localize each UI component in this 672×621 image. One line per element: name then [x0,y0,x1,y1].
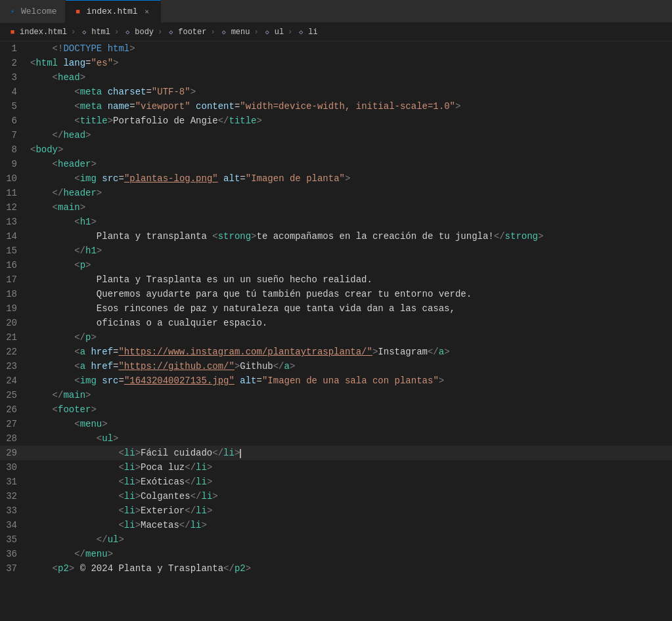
line-number-23: 23 [0,359,28,374]
line-37[interactable]: 37 <p2> © 2024 Planta y Trasplanta</p2> [0,561,672,576]
line-number-16: 16 [0,258,28,272]
line-content-23: <a href="https://github.com/">Github</a> [28,359,672,374]
breadcrumb-sep-5: › [254,28,258,37]
line-13[interactable]: 13 <h1> [0,215,672,229]
breadcrumb-html-label: html [91,28,110,37]
line-22[interactable]: 22 <a href="https://www.instagram.com/pl… [0,345,672,359]
line-10[interactable]: 10 <img src="plantas-log.png" alt="Image… [0,171,672,186]
line-number-7: 7 [0,128,28,142]
tab-index-html-label: index.html [87,7,138,16]
line-content-27: <menu> [28,417,672,431]
line-number-8: 8 [0,142,28,157]
line-number-14: 14 [0,229,28,244]
line-7[interactable]: 7 </head> [0,128,672,142]
breadcrumb-ul-label: ul [275,28,284,37]
line-number-34: 34 [0,518,28,532]
line-content-3: <head> [28,70,672,85]
line-number-31: 31 [0,475,28,489]
breadcrumb-element-icon-3: ◇ [166,28,175,37]
line-number-4: 4 [0,85,28,99]
line-content-6: <title>Portafolio de Angie</title> [28,114,672,128]
breadcrumb-ul[interactable]: ◇ ul [263,28,284,37]
line-number-29: 29 [0,446,28,460]
tab-welcome[interactable]: ⚡ Welcome [0,0,66,23]
breadcrumb-footer[interactable]: ◇ footer [166,28,206,37]
line-content-25: </main> [28,388,672,402]
line-27[interactable]: 27 <menu> [0,417,672,431]
line-content-29: <li>Fácil cuidado</li> [28,446,672,460]
line-content-19: Esos rincones de paz y naturaleza que ta… [28,301,672,316]
line-25[interactable]: 25 </main> [0,388,672,402]
line-23[interactable]: 23 <a href="https://github.com/">Github<… [0,359,672,374]
line-11[interactable]: 11 </header> [0,186,672,200]
line-content-30: <li>Poca luz</li> [28,460,672,475]
breadcrumb-element-icon-6: ◇ [296,28,305,37]
breadcrumb: ■ index.html › ◇ html › ◇ body › ◇ foote… [0,23,672,41]
line-31[interactable]: 31 <li>Exóticas</li> [0,475,672,489]
tab-bar: ⚡ Welcome ■ index.html ✕ [0,0,672,23]
line-content-36: </menu> [28,547,672,561]
line-26[interactable]: 26 <footer> [0,402,672,417]
line-14[interactable]: 14 Planta y transplanta <strong>te acomp… [0,229,672,244]
breadcrumb-body-label: body [135,28,154,37]
breadcrumb-index-html[interactable]: ■ index.html [8,28,67,37]
line-36[interactable]: 36 </menu> [0,547,672,561]
breadcrumb-index-html-label: index.html [20,28,67,37]
line-28[interactable]: 28 <ul> [0,431,672,446]
line-number-21: 21 [0,330,28,345]
line-number-36: 36 [0,547,28,561]
breadcrumb-li[interactable]: ◇ li [296,28,317,37]
breadcrumb-sep-6: › [288,28,292,37]
line-20[interactable]: 20 oficinas o a cualquier espacio. [0,316,672,330]
line-content-34: <li>Macetas</li> [28,518,672,532]
line-1[interactable]: 1 <!DOCTYPE html> [0,41,672,56]
breadcrumb-body[interactable]: ◇ body [123,28,154,37]
line-35[interactable]: 35 </ul> [0,532,672,547]
line-4[interactable]: 4 <meta charset="UTF-8"> [0,85,672,99]
line-32[interactable]: 32 <li>Colgantes</li> [0,489,672,503]
welcome-icon: ⚡ [8,7,17,16]
line-number-2: 2 [0,56,28,70]
line-content-18: Queremos ayudarte para que tú también pu… [28,287,672,301]
line-number-32: 32 [0,489,28,503]
line-29[interactable]: 29 <li>Fácil cuidado</li> [0,446,672,460]
line-18[interactable]: 18 Queremos ayudarte para que tú también… [0,287,672,301]
code-editor[interactable]: 1 <!DOCTYPE html>2<html lang="es">3 <hea… [0,41,672,621]
close-tab-button[interactable]: ✕ [142,7,152,17]
html-icon: ■ [74,7,83,16]
line-number-30: 30 [0,460,28,475]
line-24[interactable]: 24 <img src="16432040027135.jpg" alt="Im… [0,374,672,388]
line-15[interactable]: 15 </h1> [0,244,672,258]
line-content-37: <p2> © 2024 Planta y Trasplanta</p2> [28,561,672,576]
line-16[interactable]: 16 <p> [0,258,672,272]
line-19[interactable]: 19 Esos rincones de paz y naturaleza que… [0,301,672,316]
line-34[interactable]: 34 <li>Macetas</li> [0,518,672,532]
line-content-5: <meta name="viewport" content="width=dev… [28,99,672,114]
line-30[interactable]: 30 <li>Poca luz</li> [0,460,672,475]
line-9[interactable]: 9 <header> [0,157,672,171]
line-content-35: </ul> [28,532,672,547]
line-21[interactable]: 21 </p> [0,330,672,345]
line-content-7: </head> [28,128,672,142]
line-number-27: 27 [0,417,28,431]
line-number-17: 17 [0,272,28,287]
tab-index-html[interactable]: ■ index.html ✕ [66,0,161,23]
line-2[interactable]: 2<html lang="es"> [0,56,672,70]
line-number-12: 12 [0,200,28,215]
line-number-22: 22 [0,345,28,359]
breadcrumb-menu[interactable]: ◇ menu [219,28,250,37]
line-number-20: 20 [0,316,28,330]
line-number-26: 26 [0,402,28,417]
line-5[interactable]: 5 <meta name="viewport" content="width=d… [0,99,672,114]
line-33[interactable]: 33 <li>Exterior</li> [0,503,672,518]
line-number-1: 1 [0,41,28,56]
line-8[interactable]: 8<body> [0,142,672,157]
line-17[interactable]: 17 Planta y Trasplanta es un un sueño he… [0,272,672,287]
line-6[interactable]: 6 <title>Portafolio de Angie</title> [0,114,672,128]
line-3[interactable]: 3 <head> [0,70,672,85]
breadcrumb-sep-3: › [158,28,162,37]
line-number-25: 25 [0,388,28,402]
text-cursor [240,449,241,458]
breadcrumb-html[interactable]: ◇ html [79,28,110,37]
line-12[interactable]: 12 <main> [0,200,672,215]
